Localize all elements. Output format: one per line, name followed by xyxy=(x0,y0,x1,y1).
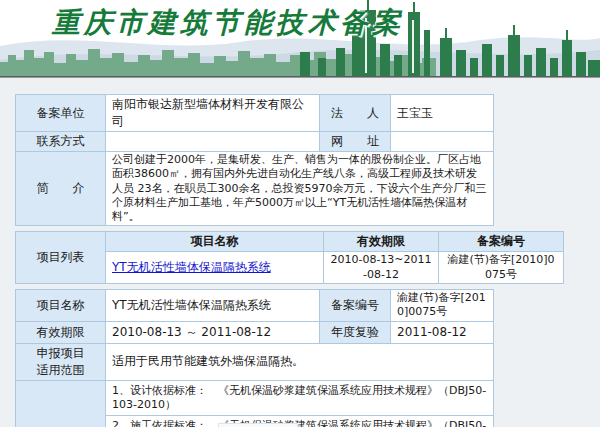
contact-value xyxy=(106,132,320,152)
page-title: 重庆市建筑节能技术备案 xyxy=(52,4,404,42)
header-banner: 重庆市建筑节能技术备案 xyxy=(0,0,600,78)
website-label: 网 址 xyxy=(320,132,391,152)
filing-unit-value: 南阳市银达新型墙体材料开发有限公司 xyxy=(106,95,320,132)
validity-value: 2010-08-13 ～ 2011-08-12 xyxy=(106,321,320,343)
project-name-value: YT无机活性墙体保温隔热系统 xyxy=(106,290,320,322)
website-value xyxy=(391,132,494,152)
intro-label: 简 介 xyxy=(16,152,106,226)
legal-person-value: 王宝玉 xyxy=(391,95,494,132)
filing-unit-label: 备案单位 xyxy=(16,95,106,132)
footer-element-partial xyxy=(218,423,298,427)
contact-label: 联系方式 xyxy=(16,132,106,152)
col-header-project-name: 项目名称 xyxy=(106,232,324,252)
project-validity-cell: 2010-08-13~2011-08-12 xyxy=(324,252,439,284)
project-detail-table: 项目名称 YT无机活性墙体保温隔热系统 备案编号 渝建(节)备字[2010]00… xyxy=(15,289,494,427)
col-header-filing-number: 备案编号 xyxy=(439,232,564,252)
standard-item-construction: 2、施工依据标准： 《无机保温砂浆建筑保温系统应用技术规程》（DBJ50-103… xyxy=(106,416,493,427)
col-header-validity: 有效期限 xyxy=(324,232,439,252)
project-number-cell: 渝建(节)备字[2010]0075号 xyxy=(439,252,564,284)
standard-item-design: 1、设计依据标准： 《无机保温砂浆建筑保温系统应用技术规程》（DBJ50-103… xyxy=(106,381,493,417)
scope-label: 申报项目 适用范围 xyxy=(16,343,106,380)
validity-label: 有效期限 xyxy=(16,321,106,343)
company-info-table: 备案单位 南阳市银达新型墙体材料开发有限公司 法 人 王宝玉 联系方式 网 址 … xyxy=(15,94,494,226)
project-name-link[interactable]: YT无机活性墙体保温隔热系统 xyxy=(112,260,271,274)
project-list-table: 项目列表 项目名称 有效期限 备案编号 YT无机活性墙体保温隔热系统 2010-… xyxy=(15,231,564,284)
project-list-label: 项目列表 xyxy=(16,232,106,284)
scope-value: 适用于民用节能建筑外墙保温隔热。 xyxy=(106,343,494,380)
filing-number-value: 渝建(节)备字[2010]0075号 xyxy=(391,290,494,322)
legal-person-label: 法 人 xyxy=(320,95,391,132)
standards-value: 1、设计依据标准： 《无机保温砂浆建筑保温系统应用技术规程》（DBJ50-103… xyxy=(106,380,494,427)
content-area: 备案单位 南阳市银达新型墙体材料开发有限公司 法 人 王宝玉 联系方式 网 址 … xyxy=(0,78,600,427)
filing-number-label: 备案编号 xyxy=(320,290,391,322)
intro-value: 公司创建于2000年，是集研发、生产、销售为一体的股份制企业。厂区占地面积386… xyxy=(106,152,494,226)
project-name-label: 项目名称 xyxy=(16,290,106,322)
standards-label: 申报项目 执行标准 xyxy=(16,380,106,427)
annual-review-label: 年度复验 xyxy=(320,321,391,343)
annual-review-value: 2011-08-12 xyxy=(391,321,494,343)
